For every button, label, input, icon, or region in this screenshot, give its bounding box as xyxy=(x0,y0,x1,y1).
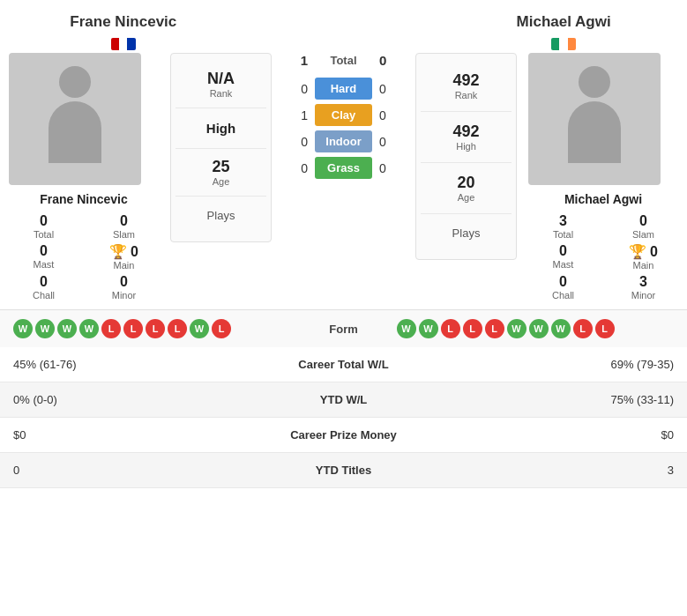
indoor-button[interactable]: Indoor xyxy=(315,130,372,152)
surface-stats: 1 Total 0 0 Hard 0 1 Clay 0 0 Indoor 0 0 xyxy=(281,53,406,181)
left-main-value: 0 xyxy=(131,244,138,260)
form-badge-w: W xyxy=(79,319,99,338)
left-chall-value: 0 xyxy=(40,274,48,290)
right-flag xyxy=(551,34,576,53)
left-high-block: High xyxy=(175,108,266,149)
right-stats-grid: 3 Total 0 Slam 0 Mast 🏆 0 Main 0 Chall xyxy=(528,213,678,301)
croatia-flag xyxy=(111,38,136,50)
stats-row-3: 0YTD Titles3 xyxy=(0,453,687,488)
total-row: 1 Total 0 xyxy=(286,53,401,68)
form-badge-l: L xyxy=(441,319,460,338)
right-main-value: 0 xyxy=(650,244,658,260)
stats-left-2: $0 xyxy=(0,418,241,453)
grass-right-val: 0 xyxy=(379,161,401,175)
stats-table: 45% (61-76)Career Total W/L69% (79-35)0%… xyxy=(0,347,687,488)
clay-button[interactable]: Clay xyxy=(315,104,372,126)
left-chall-label: Chall xyxy=(33,290,55,301)
left-player-name: Frane Nincevic xyxy=(26,13,220,31)
right-name-below-photo: Michael Agwi xyxy=(528,192,678,206)
stats-right-0: 69% (79-35) xyxy=(446,347,687,382)
right-age-stat-block: 20 Age xyxy=(421,163,512,214)
stats-row-1: 0% (0-0)YTD W/L75% (33-11) xyxy=(0,382,687,418)
left-mast-cell: 0 Mast xyxy=(9,243,78,271)
left-rank-label: Rank xyxy=(175,88,266,99)
indoor-left-val: 0 xyxy=(286,135,308,149)
right-minor-value: 3 xyxy=(639,274,647,290)
main-content: Frane Nincevic 0 Total 0 Slam 0 Mast 🏆 0… xyxy=(0,53,687,309)
right-high-value: 492 xyxy=(421,122,512,141)
right-silhouette-body xyxy=(568,101,621,163)
right-chall-cell: 0 Chall xyxy=(528,274,598,301)
total-label: Total xyxy=(315,54,372,67)
form-badge-w: W xyxy=(507,319,526,338)
form-badge-w: W xyxy=(13,319,33,338)
left-silhouette-head xyxy=(59,66,91,98)
right-minor-cell: 3 Minor xyxy=(609,274,678,301)
left-form-badges: WWWWLLLLWL xyxy=(13,319,291,338)
left-minor-label: Minor xyxy=(112,290,137,301)
form-badge-l: L xyxy=(146,319,165,338)
right-total-cell: 3 Total xyxy=(528,213,598,240)
right-player-avatar xyxy=(528,53,661,185)
left-slam-cell: 0 Slam xyxy=(89,213,159,240)
left-plays-label: Plays xyxy=(175,209,266,222)
hard-row: 0 Hard 0 xyxy=(286,78,401,100)
left-player-avatar xyxy=(9,53,141,185)
left-name-below-photo: Frane Nincevic xyxy=(9,192,159,206)
hard-left-val: 0 xyxy=(286,82,308,96)
form-badge-w: W xyxy=(397,319,416,338)
right-mast-label: Mast xyxy=(553,259,574,270)
left-mast-label: Mast xyxy=(34,259,55,270)
right-silhouette xyxy=(559,66,630,172)
total-left-value: 1 xyxy=(286,53,308,68)
form-badge-w: W xyxy=(419,319,438,338)
left-silhouette-body xyxy=(49,101,101,163)
right-high-stat-block: 492 High xyxy=(421,112,512,163)
right-trophy-main-inner: 🏆 0 xyxy=(629,243,658,260)
total-right-value: 0 xyxy=(379,53,401,68)
left-age-label: Age xyxy=(175,176,266,187)
left-rank-block: N/A Rank xyxy=(175,61,266,108)
ireland-flag xyxy=(551,38,576,50)
left-slam-label: Slam xyxy=(113,229,135,240)
right-chall-label: Chall xyxy=(552,290,574,301)
grass-left-val: 0 xyxy=(286,161,308,175)
right-mast-cell: 0 Mast xyxy=(528,243,598,271)
right-mast-value: 0 xyxy=(559,243,567,259)
right-main-label: Main xyxy=(633,260,654,271)
left-main-label: Main xyxy=(114,260,135,271)
header-area: Frane Nincevic Michael Agwi xyxy=(0,0,687,53)
right-age-value: 20 xyxy=(421,174,512,192)
left-total-value: 0 xyxy=(40,213,48,229)
right-total-label: Total xyxy=(553,229,573,240)
right-player-section: Michael Agwi 3 Total 0 Slam 0 Mast 🏆 0 M… xyxy=(528,53,678,301)
stats-left-1: 0% (0-0) xyxy=(0,382,241,418)
form-section: WWWWLLLLWL Form WWLLLWWWLL xyxy=(0,309,687,347)
left-slam-value: 0 xyxy=(120,213,128,229)
form-badge-l: L xyxy=(485,319,504,338)
form-badge-w: W xyxy=(551,319,571,338)
left-age-value: 25 xyxy=(175,158,266,176)
left-mast-value: 0 xyxy=(40,243,48,259)
form-badge-l: L xyxy=(573,319,593,338)
hard-button[interactable]: Hard xyxy=(315,78,372,100)
form-badge-w: W xyxy=(529,319,549,338)
left-trophy-icon: 🏆 xyxy=(109,243,127,260)
left-player-header: Frane Nincevic xyxy=(26,13,220,53)
grass-button[interactable]: Grass xyxy=(315,157,372,179)
right-total-value: 3 xyxy=(559,213,567,229)
stats-row-2: $0Career Prize Money$0 xyxy=(0,418,687,453)
left-high-value: High xyxy=(175,121,266,136)
right-slam-cell: 0 Slam xyxy=(609,213,678,240)
left-trophy-main-cell: 🏆 0 Main xyxy=(89,243,159,271)
form-badge-w: W xyxy=(57,319,77,338)
stats-center-1: YTD W/L xyxy=(241,382,447,418)
right-high-label: High xyxy=(421,141,512,152)
right-player-header: Michael Agwi xyxy=(467,13,661,53)
stats-right-3: 3 xyxy=(446,453,687,488)
right-plays-label: Plays xyxy=(421,226,512,240)
right-minor-label: Minor xyxy=(631,290,656,301)
indoor-right-val: 0 xyxy=(379,135,401,149)
left-rank-value: N/A xyxy=(175,70,266,88)
hard-right-val: 0 xyxy=(379,82,401,96)
